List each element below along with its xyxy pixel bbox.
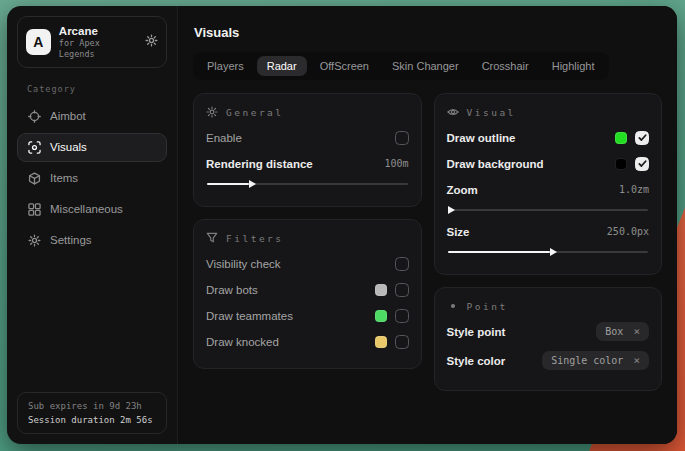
draw-knocked-label: Draw knocked bbox=[206, 336, 279, 348]
sidebar-item-label: Settings bbox=[50, 234, 92, 246]
tab-bar: Players Radar OffScreen Skin Changer Cro… bbox=[193, 52, 609, 80]
draw-teammates-row: Draw teammates bbox=[206, 305, 409, 326]
visibility-check-label: Visibility check bbox=[206, 258, 281, 270]
gear-icon bbox=[28, 234, 41, 247]
enable-checkbox[interactable] bbox=[395, 131, 409, 145]
style-point-row: Style point Box × bbox=[447, 321, 650, 342]
style-color-select[interactable]: Single color × bbox=[542, 351, 649, 370]
crosshair-icon bbox=[28, 110, 41, 123]
zoom-row: Zoom 1.0zm bbox=[447, 179, 650, 200]
general-panel: General Enable Rendering distance 100m bbox=[193, 93, 422, 207]
category-label: Category bbox=[27, 84, 157, 94]
draw-outline-color-swatch[interactable] bbox=[615, 132, 627, 144]
sidebar-item-label: Visuals bbox=[50, 141, 87, 153]
sidebar-item-visuals[interactable]: Visuals bbox=[17, 133, 167, 162]
sidebar-item-miscellaneous[interactable]: Miscellaneous bbox=[17, 195, 167, 224]
box-icon bbox=[28, 172, 41, 185]
tab-radar[interactable]: Radar bbox=[257, 56, 307, 76]
panel-title: General bbox=[226, 107, 284, 118]
brand-subtitle: for Apex Legends bbox=[59, 38, 137, 59]
rendering-distance-slider[interactable] bbox=[207, 179, 408, 188]
size-value: 250.0px bbox=[607, 226, 649, 237]
page-title: Visuals bbox=[194, 25, 661, 40]
point-panel: Point Style point Box × Style color Sing… bbox=[434, 287, 663, 391]
clear-icon[interactable]: × bbox=[633, 326, 640, 337]
draw-background-label: Draw background bbox=[447, 158, 544, 170]
zoom-value: 1.0zm bbox=[619, 184, 649, 195]
tab-highlight[interactable]: Highlight bbox=[542, 56, 605, 76]
draw-knocked-checkbox[interactable] bbox=[395, 335, 409, 349]
filter-icon bbox=[206, 232, 218, 244]
grid-icon bbox=[28, 203, 41, 216]
clear-icon[interactable]: × bbox=[633, 355, 640, 366]
draw-knocked-row: Draw knocked bbox=[206, 331, 409, 352]
draw-outline-label: Draw outline bbox=[447, 132, 516, 144]
panel-title: Visual bbox=[467, 107, 516, 118]
draw-outline-checkbox[interactable] bbox=[635, 131, 649, 145]
session-card: Sub expires in 9d 23h Session duration 2… bbox=[17, 392, 167, 434]
draw-teammates-label: Draw teammates bbox=[206, 310, 293, 322]
sidebar-nav: Aimbot Visuals Items bbox=[17, 102, 167, 255]
rendering-distance-row: Rendering distance 100m bbox=[206, 153, 409, 174]
tab-players[interactable]: Players bbox=[197, 56, 254, 76]
draw-bots-checkbox[interactable] bbox=[395, 283, 409, 297]
draw-teammates-color-swatch[interactable] bbox=[375, 310, 387, 322]
app-window: A Arcane for Apex Legends Category bbox=[7, 6, 677, 444]
filters-panel: Filters Visibility check Draw bots bbox=[193, 219, 422, 369]
sidebar-item-settings[interactable]: Settings bbox=[17, 226, 167, 255]
main-content: Visuals Players Radar OffScreen Skin Cha… bbox=[178, 6, 677, 444]
eye-scan-icon bbox=[28, 141, 41, 154]
sidebar-item-label: Items bbox=[50, 172, 78, 184]
visibility-check-row: Visibility check bbox=[206, 253, 409, 274]
panel-title: Filters bbox=[226, 233, 284, 244]
draw-knocked-color-swatch[interactable] bbox=[375, 336, 387, 348]
sidebar-item-label: Aimbot bbox=[50, 110, 86, 122]
sidebar-item-items[interactable]: Items bbox=[17, 164, 167, 193]
draw-outline-row: Draw outline bbox=[447, 127, 650, 148]
brand-card: A Arcane for Apex Legends bbox=[17, 16, 167, 68]
size-row: Size 250.0px bbox=[447, 221, 650, 242]
enable-row: Enable bbox=[206, 127, 409, 148]
style-point-select[interactable]: Box × bbox=[596, 322, 649, 341]
style-color-value: Single color bbox=[551, 355, 623, 366]
style-point-value: Box bbox=[605, 326, 623, 337]
tab-skin-changer[interactable]: Skin Changer bbox=[382, 56, 469, 76]
tab-offscreen[interactable]: OffScreen bbox=[310, 56, 379, 76]
point-icon bbox=[447, 300, 459, 312]
draw-bots-color-swatch[interactable] bbox=[375, 284, 387, 296]
size-slider[interactable] bbox=[448, 247, 649, 256]
visual-panel: Visual Draw outline Draw background bbox=[434, 93, 663, 275]
sidebar-item-label: Miscellaneous bbox=[50, 203, 123, 215]
gear-icon bbox=[206, 106, 218, 118]
style-color-row: Style color Single color × bbox=[447, 350, 650, 371]
visibility-check-checkbox[interactable] bbox=[395, 257, 409, 271]
gear-icon[interactable] bbox=[145, 34, 158, 49]
style-color-label: Style color bbox=[447, 355, 506, 367]
sub-expiry-text: Sub expires in 9d 23h bbox=[28, 401, 156, 411]
draw-bots-label: Draw bots bbox=[206, 284, 258, 296]
brand-logo: A bbox=[26, 29, 51, 55]
draw-background-color-swatch[interactable] bbox=[615, 158, 627, 170]
eye-icon bbox=[447, 106, 459, 118]
tab-crosshair[interactable]: Crosshair bbox=[472, 56, 539, 76]
panel-title: Point bbox=[467, 301, 508, 312]
rendering-distance-value: 100m bbox=[384, 158, 408, 169]
draw-background-checkbox[interactable] bbox=[635, 157, 649, 171]
zoom-label: Zoom bbox=[447, 184, 478, 196]
zoom-slider[interactable] bbox=[448, 205, 649, 214]
draw-background-row: Draw background bbox=[447, 153, 650, 174]
sidebar: A Arcane for Apex Legends Category bbox=[7, 6, 178, 444]
session-duration-text: Session duration 2m 56s bbox=[28, 415, 156, 425]
draw-bots-row: Draw bots bbox=[206, 279, 409, 300]
brand-name: Arcane bbox=[59, 24, 137, 38]
rendering-distance-label: Rendering distance bbox=[206, 158, 313, 170]
sidebar-item-aimbot[interactable]: Aimbot bbox=[17, 102, 167, 131]
size-label: Size bbox=[447, 226, 470, 238]
enable-label: Enable bbox=[206, 132, 242, 144]
draw-teammates-checkbox[interactable] bbox=[395, 309, 409, 323]
style-point-label: Style point bbox=[447, 326, 506, 338]
